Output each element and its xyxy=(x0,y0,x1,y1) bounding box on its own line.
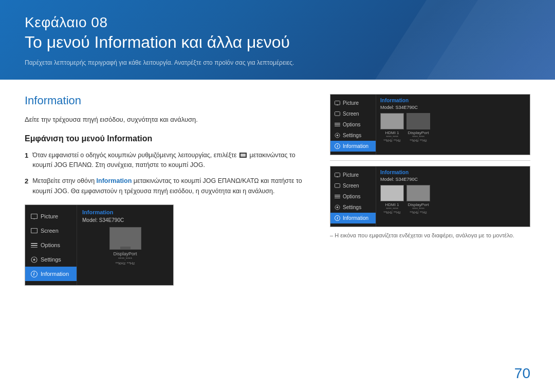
monitor-icon-left xyxy=(30,213,38,220)
svg-rect-9 xyxy=(337,105,338,106)
mini-menu-sidebar-top: Picture Screen Options Settings xyxy=(330,95,376,155)
svg-rect-2 xyxy=(31,228,37,233)
mini-screen-hdmi-label-bottom: HDMI 1 xyxy=(380,202,404,207)
svg-rect-4 xyxy=(31,245,38,246)
mini-screen-dp-freq1: ****,**** xyxy=(406,135,430,139)
svg-rect-8 xyxy=(335,101,340,105)
mini-label-options-top: Options xyxy=(343,122,360,127)
mini-info-model-top: Model: S34E790C xyxy=(380,105,526,110)
monitor-ui-top-right: Picture Screen Options Settings xyxy=(330,95,530,155)
mini-screen-hdmi-freq1: ****,**** xyxy=(380,135,404,139)
mini-screens-bottom: HDMI 1 ****,**** **kHz **Hz DisplayPort … xyxy=(380,185,526,214)
steps-list: 1 Όταν εμφανιστεί ο οδηγός κουμπιών ρυθμ… xyxy=(25,151,309,197)
menu-item-information-left: i Information xyxy=(25,267,77,281)
left-monitor-mockup: Picture Screen Options xyxy=(25,204,309,286)
mini-menu-screen-bottom: Screen xyxy=(330,180,376,191)
mini-screen-img-dp-top xyxy=(406,113,430,129)
mini-label-screen-top: Screen xyxy=(343,111,359,117)
options-icon-left xyxy=(30,241,38,249)
svg-rect-11 xyxy=(335,123,340,124)
svg-rect-0 xyxy=(31,214,37,218)
mini-screen-dp-freq1-bottom: ****,**** xyxy=(406,207,430,211)
monitor-ui-bottom-right: Picture Screen Options Settings xyxy=(330,166,530,227)
mini-screen-hdmi-freq1-bottom: ****,**** xyxy=(380,207,404,211)
menu-item-screen-left: Screen xyxy=(25,223,77,238)
mini-label-options-bottom: Options xyxy=(343,194,360,199)
menu-label-screen-left: Screen xyxy=(41,228,59,234)
svg-rect-1 xyxy=(33,218,35,219)
menu-item-picture-left: Picture xyxy=(25,209,77,223)
mini-screen-dp-label-bottom: DisplayPort xyxy=(406,202,430,207)
svg-point-7 xyxy=(33,258,35,260)
menu-label-picture-left: Picture xyxy=(41,213,58,219)
step-2: 2 Μεταβείτε στην οθόνη Information μετακ… xyxy=(25,176,309,196)
subsection-title: Εμφάνιση του μενού Information xyxy=(25,134,309,143)
mini-menu-screen-top: Screen xyxy=(330,108,376,119)
mini-screen-dp-bottom: DisplayPort ****,**** **kHz **Hz xyxy=(406,185,430,214)
mini-info-model-bottom: Model: S34E790C xyxy=(380,177,526,182)
svg-rect-20 xyxy=(335,196,340,197)
mini-menu-settings-top: Settings xyxy=(330,130,376,141)
mini-screen-hdmi-bottom: HDMI 1 ****,**** **kHz **Hz xyxy=(380,185,404,214)
menu-label-options-left: Options xyxy=(41,242,60,248)
mini-label-info-bottom: Information xyxy=(343,215,368,221)
section-title: Information xyxy=(25,94,309,107)
mini-menu-picture-top: Picture xyxy=(330,98,376,108)
svg-point-23 xyxy=(337,207,339,209)
step-2-number: 2 xyxy=(25,176,28,196)
mini-label-info-top: Information xyxy=(343,143,368,149)
settings-icon-left xyxy=(30,256,38,263)
svg-rect-19 xyxy=(335,195,340,196)
mini-screen-hdmi-top: HDMI 1 ****,**** **kHz **Hz xyxy=(380,113,404,142)
mini-menu-info-bottom: i Information xyxy=(330,213,376,223)
menu-sidebar-left: Picture Screen Options xyxy=(25,205,77,285)
header-subtitle: Παρέχεται λεπτομερής περιγραφή για κάθε … xyxy=(25,59,530,66)
monitor-wrapper-top: Picture Screen Options Settings xyxy=(330,94,530,155)
info-icon-left: i xyxy=(30,270,38,277)
mini-screens-top: HDMI 1 ****,**** **kHz **Hz DisplayPort … xyxy=(380,113,526,142)
mini-screen-img-hdmi-top xyxy=(380,113,404,129)
info-title-left: Information xyxy=(82,209,168,215)
mini-info-panel-bottom: Information Model: S34E790C HDMI 1 ****,… xyxy=(376,166,530,227)
mini-screen-dp-freq2: **kHz **Hz xyxy=(406,139,430,142)
step-1-number: 1 xyxy=(25,151,28,171)
svg-rect-5 xyxy=(31,247,38,248)
step-2-text: Μεταβείτε στην οθόνη Information μετακιν… xyxy=(32,176,309,196)
mini-info-title-top: Information xyxy=(380,98,526,103)
page-number: 70 xyxy=(514,365,530,382)
note-container: – Η εικόνα που εμφανίζεται ενδέχεται να … xyxy=(330,232,530,238)
info-panel-left: Information Model: S34E790C DisplayPort … xyxy=(77,205,173,285)
mini-label-picture-top: Picture xyxy=(343,100,359,106)
step-1: 1 Όταν εμφανιστεί ο οδηγός κουμπιών ρυθμ… xyxy=(25,151,309,171)
mini-screen-img-hdmi-bottom xyxy=(380,185,404,201)
mini-screen-hdmi-freq2: **kHz **Hz xyxy=(380,139,404,142)
svg-rect-21 xyxy=(335,198,340,198)
highlight-information: Information xyxy=(97,177,132,184)
mini-menu-settings-bottom: Settings xyxy=(330,202,376,213)
menu-label-info-left: Information xyxy=(41,271,69,277)
mini-label-settings-top: Settings xyxy=(343,133,361,138)
svg-rect-17 xyxy=(337,177,338,178)
svg-rect-16 xyxy=(335,173,340,177)
mini-screen-hdmi-freq2-bottom: **kHz **Hz xyxy=(380,211,404,214)
bottom-note-right: – Η εικόνα που εμφανίζεται ενδέχεται να … xyxy=(330,232,530,238)
mini-screen-img-dp-bottom xyxy=(406,185,430,201)
mini-info-panel-top: Information Model: S34E790C HDMI 1 ****,… xyxy=(376,95,530,155)
svg-point-15 xyxy=(337,135,339,137)
mini-menu-options-bottom: Options xyxy=(330,191,376,202)
monitor-wrapper-bottom: Picture Screen Options Settings xyxy=(330,166,530,227)
mini-label-screen-bottom: Screen xyxy=(343,183,359,189)
chapter-label: Κεφάλαιο 08 xyxy=(25,14,530,31)
mini-menu-sidebar-bottom: Picture Screen Options Settings xyxy=(330,166,376,227)
right-column: Picture Screen Options Settings xyxy=(330,94,530,286)
section-description: Δείτε την τρέχουσα πηγή εισόδου, συχνότη… xyxy=(25,115,309,125)
svg-rect-3 xyxy=(31,243,38,244)
svg-rect-13 xyxy=(335,126,340,126)
step-1-text: Όταν εμφανιστεί ο οδηγός κουμπιών ρυθμιζ… xyxy=(32,151,309,171)
svg-rect-10 xyxy=(335,112,340,116)
mini-label-picture-bottom: Picture xyxy=(343,172,359,178)
screen-icon-left xyxy=(30,227,38,234)
mini-screen-hdmi-label: HDMI 1 xyxy=(380,130,404,135)
menu-label-settings-left: Settings xyxy=(41,256,61,263)
header-banner: Κεφάλαιο 08 Το μενού Information και άλλ… xyxy=(0,0,555,80)
